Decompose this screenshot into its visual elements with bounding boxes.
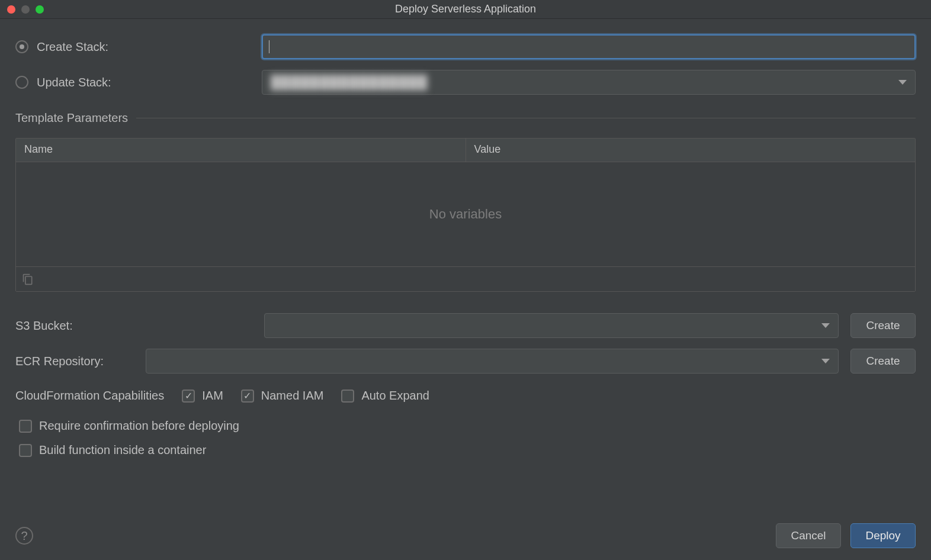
s3-bucket-label: S3 Bucket: [15, 319, 252, 333]
ecr-repo-select[interactable] [146, 349, 839, 374]
cancel-button[interactable]: Cancel [776, 523, 841, 548]
cap-auto-expand-label: Auto Expand [361, 389, 429, 403]
require-confirm-row[interactable]: Require confirmation before deploying [15, 419, 916, 433]
cap-auto-expand-checkbox[interactable] [341, 390, 354, 403]
ecr-create-button-label: Create [866, 355, 900, 368]
help-icon[interactable]: ? [15, 527, 33, 545]
capabilities-row: CloudFormation Capabilities IAM Named IA… [15, 389, 916, 403]
chevron-down-icon [821, 359, 830, 363]
cap-auto-expand[interactable]: Auto Expand [341, 389, 429, 403]
create-stack-label: Create Stack: [37, 40, 108, 54]
titlebar: Deploy Serverless Application [0, 0, 931, 19]
update-stack-row: Update Stack: ████████████████ [15, 70, 916, 95]
cap-iam-checkbox[interactable] [182, 390, 195, 403]
s3-create-button-label: Create [866, 319, 900, 332]
deploy-button-label: Deploy [865, 529, 900, 542]
ecr-repo-label: ECR Repository: [15, 355, 134, 368]
deploy-button[interactable]: Deploy [850, 523, 916, 548]
ecr-create-button[interactable]: Create [850, 349, 916, 374]
require-confirm-label: Require confirmation before deploying [39, 419, 239, 433]
col-value[interactable]: Value [466, 139, 916, 162]
chevron-down-icon [898, 80, 907, 85]
cap-named-iam[interactable]: Named IAM [241, 389, 324, 403]
template-params-header: Template Parameters [15, 111, 916, 125]
update-stack-value: ████████████████ [271, 75, 428, 90]
create-stack-row: Create Stack: [15, 34, 916, 59]
create-stack-input[interactable] [262, 34, 916, 59]
cap-named-iam-label: Named IAM [261, 389, 324, 403]
ecr-repo-row: ECR Repository: Create [15, 349, 916, 374]
capabilities-title: CloudFormation Capabilities [15, 389, 164, 403]
template-params-title: Template Parameters [15, 111, 128, 125]
table-header: Name Value [16, 139, 915, 162]
s3-create-button[interactable]: Create [850, 313, 916, 338]
dialog-window: Deploy Serverless Application Create Sta… [0, 0, 931, 560]
cap-iam[interactable]: IAM [182, 389, 223, 403]
help-icon-glyph: ? [21, 529, 27, 543]
build-in-container-checkbox[interactable] [19, 444, 32, 457]
s3-bucket-select[interactable] [264, 313, 839, 338]
table-empty-text: No variables [16, 162, 915, 266]
text-caret-icon [269, 40, 269, 53]
require-confirm-checkbox[interactable] [19, 420, 32, 433]
update-stack-radio[interactable] [15, 76, 28, 89]
update-stack-label: Update Stack: [37, 76, 111, 89]
build-in-container-label: Build function inside a container [39, 443, 206, 457]
table-toolbar [16, 266, 915, 291]
copy-icon[interactable] [22, 273, 34, 285]
dialog-footer: ? Cancel Deploy [15, 523, 916, 548]
separator-line [136, 118, 916, 118]
col-name[interactable]: Name [16, 139, 466, 162]
s3-bucket-row: S3 Bucket: Create [15, 313, 916, 338]
chevron-down-icon [821, 323, 830, 328]
create-stack-radio[interactable] [15, 40, 28, 53]
dialog-body: Create Stack: Update Stack: ████████████… [0, 19, 931, 560]
window-title: Deploy Serverless Application [0, 3, 931, 15]
cap-iam-label: IAM [202, 389, 223, 403]
cap-named-iam-checkbox[interactable] [241, 390, 254, 403]
build-in-container-row[interactable]: Build function inside a container [15, 443, 916, 457]
update-stack-select[interactable]: ████████████████ [262, 70, 916, 95]
template-params-table: Name Value No variables [15, 138, 916, 292]
cancel-button-label: Cancel [791, 529, 826, 542]
